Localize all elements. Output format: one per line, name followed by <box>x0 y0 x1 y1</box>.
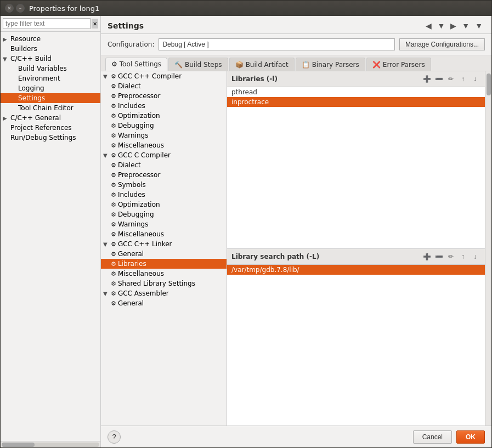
dialect-c-item[interactable]: ⚙ Dialect <box>101 160 227 170</box>
tool-settings-icon: ⚙ <box>111 60 117 68</box>
sidebar-item-settings[interactable]: Settings <box>1 93 100 103</box>
edit-library-button[interactable]: ✏ <box>445 73 456 84</box>
library-search-list: /var/tmp/gdb.7.8/lib/ <box>227 265 485 426</box>
tab-build-steps[interactable]: 🔨 Build Steps <box>168 58 228 71</box>
move-up-library-button[interactable]: ↑ <box>457 73 468 84</box>
miscellaneous-linker-item[interactable]: ⚙ Miscellaneous <box>101 269 227 279</box>
dialect-cpp-item[interactable]: ⚙ Dialect <box>101 81 227 91</box>
filter-input[interactable] <box>3 18 91 29</box>
sidebar-item-builders[interactable]: Builders <box>1 44 100 54</box>
sidebar-item-run-debug[interactable]: Run/Debug Settings <box>1 133 100 143</box>
add-library-button[interactable]: ➕ <box>421 73 432 84</box>
edit-search-path-button[interactable]: ✏ <box>445 251 456 262</box>
delete-library-button[interactable]: ➖ <box>433 73 444 84</box>
optimization-cpp-item[interactable]: ⚙ Optimization <box>101 111 227 121</box>
tab-build-artifact-label: Build Artifact <box>246 61 289 69</box>
arrow-icon: ▶ <box>3 115 10 121</box>
tab-build-steps-label: Build Steps <box>185 61 222 69</box>
tab-error-parsers-label: Error Parsers <box>383 61 425 69</box>
split-content: ▼ ⚙ GCC C++ Compiler ⚙ Dialect ⚙ Preproc… <box>101 71 491 426</box>
general-assembler-item[interactable]: ⚙ General <box>101 298 227 308</box>
delete-search-path-button[interactable]: ➖ <box>433 251 444 262</box>
sidebar-item-resource[interactable]: ▶ Resource <box>1 34 100 44</box>
debugging-c-item[interactable]: ⚙ Debugging <box>101 209 227 219</box>
library-item-pthread[interactable]: pthread <box>227 87 485 97</box>
symbols-c-item[interactable]: ⚙ Symbols <box>101 180 227 190</box>
nav-back-button[interactable]: ◀ <box>423 20 434 31</box>
settings-pane: Libraries (-l) ➕ ➖ ✏ ↑ ↓ pthread inp <box>227 71 485 426</box>
move-down-library-button[interactable]: ↓ <box>470 73 480 84</box>
config-select[interactable]: Debug [ Active ] <box>159 38 394 50</box>
sidebar-item-logging[interactable]: Logging <box>1 83 100 93</box>
arrow-icon: ▼ <box>3 56 10 62</box>
build-artifact-icon: 📦 <box>235 61 244 69</box>
tab-tool-settings-label: Tool Settings <box>120 60 161 68</box>
includes-cpp-item[interactable]: ⚙ Includes <box>101 101 227 111</box>
miscellaneous-c-item[interactable]: ⚙ Miscellaneous <box>101 229 227 239</box>
gcc-cpp-compiler-item[interactable]: ▼ ⚙ GCC C++ Compiler <box>101 71 227 81</box>
sidebar-item-project-references[interactable]: Project References <box>1 123 100 133</box>
scrollbar-track <box>2 443 99 447</box>
nav-menu-button[interactable]: ▼ <box>473 20 485 31</box>
library-search-header: Library search path (-L) ➕ ➖ ✏ ↑ ↓ <box>227 249 485 265</box>
libraries-header: Libraries (-l) ➕ ➖ ✏ ↑ ↓ <box>227 71 485 87</box>
tab-bar: ⚙ Tool Settings 🔨 Build Steps 📦 Build Ar… <box>101 55 491 71</box>
nav-forward-dropdown-button[interactable]: ▼ <box>460 20 472 31</box>
scrollbar-thumb <box>487 73 491 95</box>
warnings-c-item[interactable]: ⚙ Warnings <box>101 219 227 229</box>
tab-build-artifact[interactable]: 📦 Build Artifact <box>229 58 295 71</box>
cancel-button[interactable]: Cancel <box>413 430 452 444</box>
libraries-linker-item[interactable]: ⚙ Libraries <box>101 259 227 269</box>
library-search-actions: ➕ ➖ ✏ ↑ ↓ <box>421 251 480 262</box>
close-btn[interactable]: ✕ <box>5 4 14 13</box>
libraries-section: Libraries (-l) ➕ ➖ ✏ ↑ ↓ pthread inp <box>227 71 485 249</box>
sidebar-scrollbar[interactable] <box>1 441 100 447</box>
includes-c-item[interactable]: ⚙ Includes <box>101 190 227 200</box>
scrollbar-thumb <box>2 443 35 447</box>
add-search-path-button[interactable]: ➕ <box>421 251 432 262</box>
preprocessor-c-item[interactable]: ⚙ Preprocessor <box>101 170 227 180</box>
minimize-btn[interactable]: – <box>16 4 25 13</box>
gcc-cpp-linker-item[interactable]: ▼ ⚙ GCC C++ Linker <box>101 239 227 249</box>
debugging-cpp-item[interactable]: ⚙ Debugging <box>101 121 227 131</box>
tab-binary-parsers[interactable]: 📋 Binary Parsers <box>296 58 365 71</box>
libraries-actions: ➕ ➖ ✏ ↑ ↓ <box>421 73 480 84</box>
build-steps-icon: 🔨 <box>174 61 183 69</box>
sidebar-item-build-variables[interactable]: Build Variables <box>1 64 100 73</box>
manage-configurations-button[interactable]: Manage Configurations... <box>399 38 485 50</box>
sidebar-item-cpp-general[interactable]: ▶ C/C++ General <box>1 113 100 123</box>
gcc-assembler-item[interactable]: ▼ ⚙ GCC Assembler <box>101 288 227 298</box>
move-up-search-path-button[interactable]: ↑ <box>457 251 468 262</box>
sidebar: ✕ ▶ Resource Builders ▼ C/C++ Build <box>1 16 101 447</box>
filter-clear-button[interactable]: ✕ <box>92 19 98 29</box>
help-button[interactable]: ? <box>108 430 121 444</box>
tab-tool-settings[interactable]: ⚙ Tool Settings <box>105 58 167 71</box>
main-scrollbar[interactable] <box>485 71 491 426</box>
nav-dropdown-button[interactable]: ▼ <box>435 20 447 31</box>
shared-lib-settings-item[interactable]: ⚙ Shared Library Settings <box>101 279 227 288</box>
library-item-inproctrace[interactable]: inproctrace <box>227 97 485 107</box>
ok-button[interactable]: OK <box>456 430 485 444</box>
libraries-list: pthread inproctrace <box>227 87 485 248</box>
miscellaneous-cpp-item[interactable]: ⚙ Miscellaneous <box>101 140 227 150</box>
warnings-cpp-item[interactable]: ⚙ Warnings <box>101 131 227 140</box>
search-path-item-gdb[interactable]: /var/tmp/gdb.7.8/lib/ <box>227 265 485 275</box>
tab-error-parsers[interactable]: ❌ Error Parsers <box>366 58 431 71</box>
config-row: Configuration: Debug [ Active ] Manage C… <box>101 34 491 55</box>
general-linker-item[interactable]: ⚙ General <box>101 249 227 259</box>
sidebar-item-cpp-build[interactable]: ▼ C/C++ Build <box>1 54 100 64</box>
gcc-c-compiler-item[interactable]: ▼ ⚙ GCC C Compiler <box>101 150 227 160</box>
binary-parsers-icon: 📋 <box>302 61 310 69</box>
window-controls: ✕ – <box>5 4 25 13</box>
titlebar: ✕ – Properties for long1 <box>1 1 491 16</box>
tab-binary-parsers-label: Binary Parsers <box>312 61 359 69</box>
error-parsers-icon: ❌ <box>372 61 381 69</box>
sidebar-item-environment[interactable]: Environment <box>1 73 100 83</box>
sidebar-item-toolchain-editor[interactable]: Tool Chain Editor <box>1 103 100 113</box>
bottom-bar: ? Cancel OK <box>101 426 491 447</box>
move-down-search-path-button[interactable]: ↓ <box>470 251 480 262</box>
preprocessor-cpp-item[interactable]: ⚙ Preprocessor <box>101 91 227 101</box>
header-nav-buttons: ◀ ▼ ▶ ▼ ▼ <box>423 20 485 31</box>
nav-forward-button[interactable]: ▶ <box>448 20 459 31</box>
optimization-c-item[interactable]: ⚙ Optimization <box>101 200 227 209</box>
